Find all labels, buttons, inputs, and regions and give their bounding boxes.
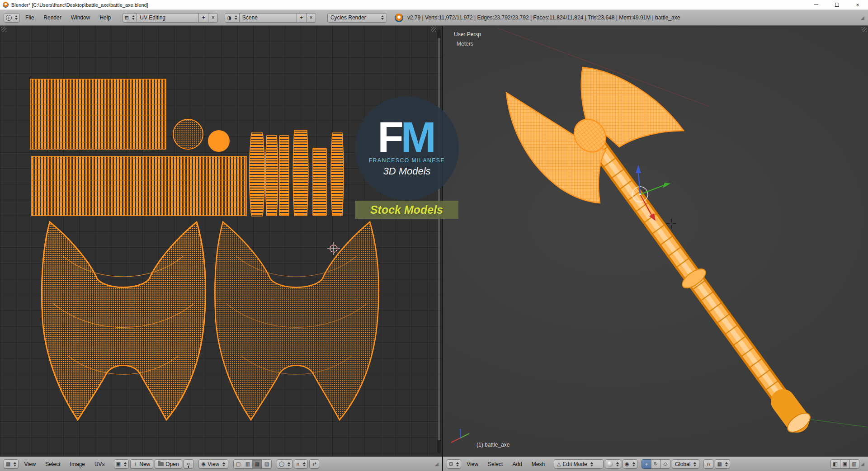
close-button[interactable]: × — [847, 0, 868, 9]
render-opengl-anim-button[interactable]: ▥ — [849, 459, 859, 469]
uv-island-cap-circle-b[interactable] — [208, 130, 230, 152]
uv-editor-header: ▦ View Select Image UVs ▣ + New Open — [0, 457, 442, 471]
scene-statistics: v2.79 | Verts:11,972/11,972 | Edges:23,7… — [407, 14, 680, 21]
battle-axe-mesh[interactable] — [506, 67, 813, 436]
area-corner-grip-icon[interactable] — [1, 27, 6, 32]
viewport-shading-button[interactable] — [605, 459, 621, 469]
viewport-object-info: (1) battle_axe — [476, 442, 509, 448]
uv-island-axe-head-left[interactable] — [42, 222, 205, 420]
v3d-menu-view[interactable]: View — [462, 461, 482, 467]
uv-select-sync-button[interactable]: ⇄ — [309, 459, 319, 469]
edit-mode-icon: △ — [557, 462, 561, 466]
snap-element-button[interactable]: ▦ — [715, 459, 730, 469]
scene-field[interactable]: Scene — [239, 13, 297, 23]
snap-toggle-button[interactable]: ∩ — [703, 459, 713, 469]
render-engine-dropdown[interactable]: Cycles Render — [327, 13, 387, 23]
blender-logo-icon — [395, 14, 403, 22]
header-grip-icon[interactable]: ◢ — [435, 461, 439, 467]
orientation-value: Global — [675, 461, 691, 467]
v3d-menu-add[interactable]: Add — [508, 461, 526, 467]
occlude-geometry-icon: ◧ — [833, 462, 837, 466]
render-opengl-button[interactable]: ▣ — [840, 459, 850, 469]
uv-island-handle-a[interactable] — [30, 79, 166, 149]
mode-dropdown[interactable]: △ Edit Mode — [554, 459, 604, 469]
plus-icon: + — [300, 14, 303, 21]
plus-icon: + — [202, 14, 205, 21]
close-icon: × — [212, 14, 215, 21]
chevron-updown-icon — [303, 462, 306, 466]
screen-layout-browse-button[interactable]: ⊞ — [123, 13, 137, 23]
uv-menu-view[interactable]: View — [20, 461, 40, 467]
delete-layout-button[interactable]: × — [208, 13, 218, 23]
uv-island-cap-circle-a[interactable] — [173, 119, 203, 149]
folder-icon — [158, 462, 164, 466]
image-new-button[interactable]: + New — [130, 459, 153, 469]
viewport-canvas[interactable]: User Persp Meters (1) battle_axe — [443, 26, 868, 457]
uv-menu-select[interactable]: Select — [41, 461, 64, 467]
uv-draw-outline-button[interactable]: ▢ — [233, 459, 243, 469]
uv-menu-uvs[interactable]: UVs — [90, 461, 109, 467]
v3d-menu-select[interactable]: Select — [484, 461, 507, 467]
manipulator-toggles: ＋ ↻ ◇ — [642, 459, 670, 469]
mode-value: Edit Mode — [563, 461, 587, 467]
image-pin-button[interactable] — [184, 459, 193, 469]
chevron-updown-icon — [124, 462, 127, 466]
uv-menu-image[interactable]: Image — [66, 461, 89, 467]
uv-draw-white-button[interactable]: ▤ — [262, 459, 272, 469]
uv-island-strips[interactable] — [250, 130, 344, 216]
scene-browse-button[interactable]: ◑ — [225, 13, 240, 23]
uv-editor-type-button[interactable]: ▦ — [4, 459, 19, 469]
add-layout-button[interactable]: + — [198, 13, 208, 23]
area-corner-grip-icon[interactable] — [431, 27, 436, 32]
close-icon: × — [309, 14, 312, 21]
axis-mini-gizmo — [451, 429, 469, 443]
dashed-icon: ▥ — [245, 462, 250, 466]
minimize-icon — [814, 5, 818, 5]
info-header: i File Render Window Help ⊞ UV Editing +… — [0, 10, 868, 26]
uv-draw-dash-button[interactable]: ▥ — [243, 459, 253, 469]
proportional-edit-button[interactable]: ◯ — [277, 459, 292, 469]
render-engine-name: Cycles Render — [330, 14, 366, 21]
uv-island-axe-head-right[interactable] — [215, 222, 378, 420]
uv-islands-svg — [0, 26, 442, 457]
uv-island-handle-b[interactable] — [32, 156, 246, 216]
manipulator-rotate-button[interactable]: ↻ — [651, 459, 661, 469]
render-visibility-buttons: ◧ ▣ ▥ — [830, 459, 859, 469]
image-browse-button[interactable]: ▣ — [114, 459, 129, 469]
menu-file[interactable]: File — [21, 14, 38, 21]
maximize-button[interactable] — [826, 0, 847, 9]
uv-editor-canvas[interactable] — [0, 26, 442, 457]
header-grip-icon[interactable]: ◢ — [861, 461, 864, 467]
scene-name: Scene — [242, 14, 258, 21]
sync-select-icon: ⇄ — [312, 462, 316, 466]
limit-selection-button[interactable]: ◧ — [830, 459, 840, 469]
maximize-icon — [835, 3, 839, 7]
manipulator-translate-button[interactable]: ＋ — [642, 459, 651, 469]
area-corner-grip-icon[interactable] — [862, 27, 867, 32]
header-grip-icon[interactable]: ◢ — [861, 15, 864, 21]
menu-window[interactable]: Window — [67, 14, 94, 21]
snap-increment-icon: ▦ — [717, 462, 722, 466]
manipulator-scale-button[interactable]: ◇ — [660, 459, 670, 469]
scrollbar-thumb[interactable] — [438, 38, 440, 440]
image-datablock-icon: ▣ — [116, 462, 121, 466]
uv-snap-button[interactable]: ∩ — [294, 459, 308, 469]
pivot-point-button[interactable]: ◉ — [623, 459, 637, 469]
minimize-button[interactable] — [806, 0, 826, 9]
v3d-menu-mesh[interactable]: Mesh — [528, 461, 549, 467]
add-scene-button[interactable]: + — [297, 13, 307, 23]
delete-scene-button[interactable]: × — [306, 13, 316, 23]
image-open-button[interactable]: Open — [155, 459, 182, 469]
uv-vertical-scrollbar[interactable] — [437, 29, 441, 453]
viewport-editor-type-button[interactable]: ⊞ — [447, 459, 461, 469]
menu-render[interactable]: Render — [39, 14, 65, 21]
menu-help[interactable]: Help — [95, 14, 115, 21]
screen-layout-field[interactable]: UV Editing — [137, 13, 199, 23]
outline-icon: ▢ — [236, 462, 241, 466]
uv-editor-pane: ▦ View Select Image UVs ▣ + New Open — [0, 26, 442, 471]
editor-type-button[interactable]: i — [4, 13, 20, 23]
uv-draw-black-button[interactable]: ▦ — [252, 459, 262, 469]
orientation-dropdown[interactable]: Global — [672, 459, 700, 469]
scene-widget: ◑ Scene + × — [225, 13, 316, 23]
uv-display-dropdown[interactable]: ◉ View — [198, 459, 228, 469]
